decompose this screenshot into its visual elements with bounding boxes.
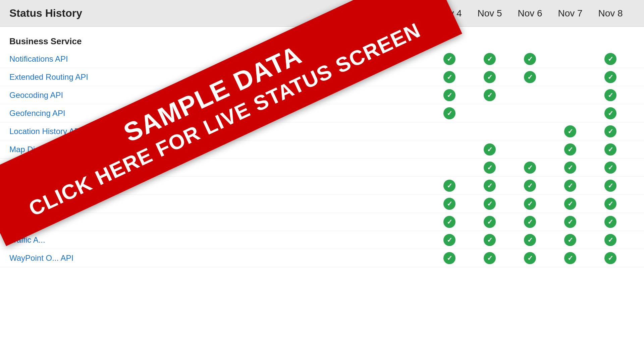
status-cells [429, 71, 631, 83]
status-cell [590, 162, 631, 174]
status-cells [429, 125, 631, 137]
check-circle-icon [604, 198, 616, 210]
status-cell [429, 252, 470, 264]
service-name[interactable]: Traffic A... [9, 235, 429, 245]
check-circle-icon [564, 216, 576, 228]
status-cell [590, 234, 631, 246]
status-cells [429, 53, 631, 65]
check-circle-icon [443, 180, 455, 192]
check-circle-icon [604, 252, 616, 264]
status-cell [429, 198, 470, 210]
status-cell [470, 89, 510, 101]
check-circle-icon [443, 234, 455, 246]
check-circle-icon [564, 162, 576, 174]
status-cell [510, 125, 550, 137]
status-cell [590, 198, 631, 210]
status-cell [429, 162, 470, 174]
status-cell [470, 234, 510, 246]
status-cell [550, 143, 590, 156]
status-cell [590, 180, 631, 192]
table-row: WayPoint O... API [0, 249, 644, 267]
empty-status [564, 71, 576, 83]
status-cell [550, 107, 590, 119]
status-cells [429, 89, 631, 101]
status-cells [429, 216, 631, 228]
date-header: Nov 8 [590, 8, 631, 19]
check-circle-icon [443, 216, 455, 228]
check-circle-icon [564, 252, 576, 264]
check-circle-icon [524, 198, 536, 210]
status-cells [429, 234, 631, 246]
empty-status [443, 125, 455, 137]
status-cell [590, 71, 631, 83]
status-cell [510, 198, 550, 210]
check-circle-icon [524, 252, 536, 264]
status-cell [470, 216, 510, 228]
empty-status [564, 107, 576, 119]
check-circle-icon [484, 143, 496, 156]
status-cell [550, 125, 590, 137]
status-cell [550, 89, 590, 101]
check-circle-icon [604, 180, 616, 192]
check-circle-icon [604, 89, 616, 101]
status-cell [590, 89, 631, 101]
status-cells [429, 162, 631, 174]
status-cells [429, 180, 631, 192]
status-cells [429, 143, 631, 156]
table-row: Traffic A... [0, 231, 644, 249]
status-cell [550, 162, 590, 174]
check-circle-icon [484, 53, 496, 65]
status-cell [429, 89, 470, 101]
check-circle-icon [524, 53, 536, 65]
check-circle-icon [443, 252, 455, 264]
check-circle-icon [604, 107, 616, 119]
status-cell [590, 216, 631, 228]
status-cell [429, 180, 470, 192]
check-circle-icon [604, 53, 616, 65]
check-circle-icon [443, 89, 455, 101]
status-cell [590, 143, 631, 156]
status-cell [550, 53, 590, 65]
status-cell [470, 53, 510, 65]
status-cell [429, 216, 470, 228]
check-circle-icon [443, 53, 455, 65]
check-circle-icon [564, 125, 576, 137]
status-cell [470, 125, 510, 137]
date-header: Nov 5 [470, 8, 510, 19]
empty-status [524, 143, 536, 156]
check-circle-icon [484, 216, 496, 228]
status-cell [470, 162, 510, 174]
status-cell [470, 143, 510, 156]
status-cell [550, 216, 590, 228]
empty-status [484, 107, 496, 119]
empty-status [484, 125, 496, 137]
check-circle-icon [484, 234, 496, 246]
empty-status [524, 107, 536, 119]
status-cell [510, 162, 550, 174]
empty-status [443, 143, 455, 156]
status-cell [590, 125, 631, 137]
status-cells [429, 198, 631, 210]
check-circle-icon [564, 198, 576, 210]
status-cell [510, 180, 550, 192]
status-cell [429, 53, 470, 65]
status-cell [590, 252, 631, 264]
status-cell [590, 107, 631, 119]
empty-status [524, 125, 536, 137]
status-cell [510, 234, 550, 246]
service-name[interactable]: Snap to... [9, 217, 429, 227]
service-name[interactable]: WayPoint O... API [9, 253, 429, 263]
status-cell [510, 89, 550, 101]
check-circle-icon [524, 180, 536, 192]
status-cell [429, 234, 470, 246]
status-cell [470, 252, 510, 264]
check-circle-icon [604, 234, 616, 246]
status-cell [510, 252, 550, 264]
check-circle-icon [604, 162, 616, 174]
status-cell [429, 125, 470, 137]
check-circle-icon [443, 107, 455, 119]
check-circle-icon [443, 198, 455, 210]
status-cell [550, 234, 590, 246]
status-cell [550, 252, 590, 264]
check-circle-icon [484, 252, 496, 264]
